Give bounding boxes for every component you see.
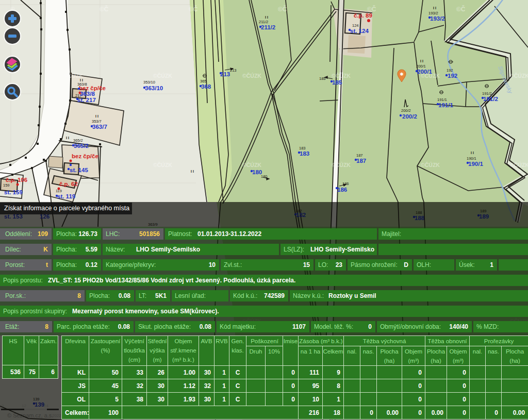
svg-text:©ČÚZK: ©ČÚZK <box>242 73 261 79</box>
svg-text:I I: I I <box>80 78 83 82</box>
svg-text:192: 192 <box>448 73 457 79</box>
svg-text:353/7: 353/7 <box>92 119 102 124</box>
svg-text:©Č: ©Č <box>100 5 109 13</box>
svg-text:st. 119: st. 119 <box>57 193 75 199</box>
svg-text:193/2: 193/2 <box>430 15 445 22</box>
svg-text:©ČÚZK: ©ČÚZK <box>421 162 440 168</box>
svg-text:©Č: ©Č <box>367 5 376 13</box>
svg-text:st. 159: st. 159 <box>4 189 23 195</box>
svg-text:124: 124 <box>352 23 359 28</box>
svg-text:193/2: 193/2 <box>428 11 438 15</box>
svg-text:159: 159 <box>3 183 10 188</box>
svg-text:187: 187 <box>356 158 366 164</box>
svg-text:187: 187 <box>356 153 363 158</box>
svg-text:191/2: 191/2 <box>483 96 498 102</box>
svg-text:185: 185 <box>319 76 326 81</box>
svg-text:I I: I I <box>265 15 268 19</box>
svg-text:I I: I I <box>191 170 194 173</box>
svg-text:©ČÚZK: ©ČÚZK <box>510 73 528 79</box>
svg-text:191/2: 191/2 <box>482 91 492 96</box>
svg-text:190/1: 190/1 <box>468 161 483 167</box>
svg-text:183: 183 <box>300 150 309 157</box>
svg-text:I I: I I <box>95 114 98 118</box>
svg-text:st. 124: st. 124 <box>350 28 369 34</box>
svg-text:st. 145: st. 145 <box>70 167 88 173</box>
svg-text:I I: I I <box>66 136 69 140</box>
svg-text:©ČÚZK: ©ČÚZK <box>332 73 351 79</box>
svg-text:©ČÚZK: ©ČÚZK <box>153 73 172 79</box>
svg-text:191/1: 191/1 <box>437 97 447 102</box>
svg-text:©Č: ©Č <box>456 5 466 13</box>
svg-text:č.p. 106: č.p. 106 <box>6 177 27 183</box>
svg-text:183: 183 <box>299 146 306 150</box>
svg-text:I I: I I <box>433 6 436 10</box>
svg-text:I I: I I <box>471 151 474 155</box>
svg-text:353/10: 353/10 <box>143 80 155 85</box>
svg-text:©Č: ©Č <box>278 5 287 13</box>
svg-text:st. 217: st. 217 <box>77 97 96 103</box>
svg-text:365/2: 365/2 <box>73 138 83 143</box>
svg-text:365/2: 365/2 <box>74 143 89 149</box>
svg-text:180: 180 <box>252 169 262 175</box>
svg-text:©ČÚZK: ©ČÚZK <box>332 162 351 168</box>
svg-text:368: 368 <box>201 83 211 90</box>
svg-text:©Č: ©Č <box>189 5 198 13</box>
svg-text:211/2: 211/2 <box>261 24 275 30</box>
svg-text:200/1: 200/1 <box>417 69 432 75</box>
svg-text:191/1: 191/1 <box>438 102 453 108</box>
svg-text:200/2: 200/2 <box>401 108 411 113</box>
svg-text:č.p. 89: č.p. 89 <box>354 12 372 19</box>
svg-text:✱: ✱ <box>400 72 404 77</box>
svg-text:186: 186 <box>337 187 347 193</box>
svg-text:200/1: 200/1 <box>416 64 426 69</box>
svg-text:I I: I I <box>420 59 423 63</box>
svg-text:213: 213 <box>220 71 230 77</box>
svg-text:©ČÚZK: ©ČÚZK <box>242 162 261 168</box>
svg-text:363/10: 363/10 <box>145 85 163 91</box>
svg-text:363/7: 363/7 <box>92 124 107 130</box>
svg-text:211/2: 211/2 <box>259 20 268 24</box>
svg-text:©ČÚZK: ©ČÚZK <box>153 162 172 168</box>
svg-text:190/1: 190/1 <box>467 156 476 161</box>
svg-text:185: 185 <box>332 79 342 86</box>
svg-text:200/2: 200/2 <box>402 113 417 120</box>
svg-text:192: 192 <box>447 68 453 73</box>
svg-text:č.p. 62: č.p. 62 <box>59 181 78 187</box>
svg-text:363/8: 363/8 <box>80 91 95 97</box>
svg-text:bez čp/če: bez čp/če <box>72 153 98 159</box>
svg-text:©ČÚZK: ©ČÚZK <box>510 162 528 168</box>
svg-text:365: 365 <box>200 79 207 83</box>
